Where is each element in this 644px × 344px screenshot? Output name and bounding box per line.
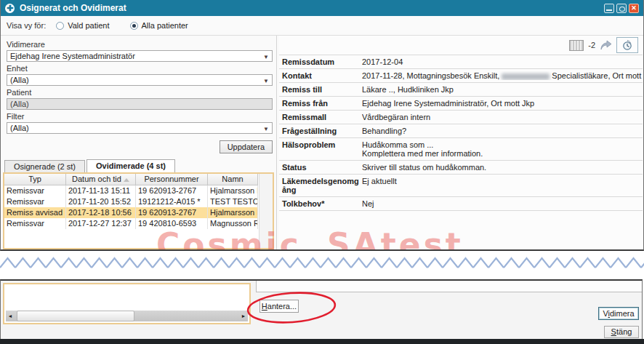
cell-typ[interactable]: Remissvar xyxy=(4,218,66,229)
detail-row-remissmall: Remissmall Vårdbegäran intern xyxy=(279,110,643,124)
table-row-selected[interactable]: Remiss avvisad 2017-12-18 10:56 19 62091… xyxy=(4,207,273,218)
detail-label: Hälsoproblem xyxy=(282,140,362,158)
pane-divider xyxy=(276,36,277,249)
sort-ascending-icon xyxy=(124,178,129,182)
cell-typ[interactable]: Remissvar xyxy=(4,196,66,207)
app-logo-icon: ✚ xyxy=(5,4,15,13)
list-tabs: Osignerade (2 st) Ovidimerade (4 st) xyxy=(4,159,177,173)
titlebar[interactable]: ✚ Osignerat och Ovidimerat ✕ xyxy=(1,0,643,16)
tab-ovidimerade[interactable]: Ovidimerade (4 st) xyxy=(86,159,175,173)
columns-icon[interactable] xyxy=(569,40,584,51)
detail-label: Remiss från xyxy=(282,99,362,108)
redacted-name xyxy=(502,73,550,80)
radio-alla-patienter-label: Alla patienter xyxy=(142,21,188,30)
vidimerare-label: Vidimerare xyxy=(7,40,273,49)
detail-label: Läkemedelsgenomgång xyxy=(282,177,362,194)
remiss-detail-pane: -2 Remissdatum 2017-12-04 Kontakt xyxy=(279,36,643,249)
detail-rows-end-divider xyxy=(279,210,643,211)
tab-osignerade[interactable]: Osignerade (2 st) xyxy=(4,160,85,173)
detail-row-kontakt: Kontakt 2017-11-28, Mottagningsbesök Ens… xyxy=(279,68,643,82)
cell-datum[interactable]: 2017-11-13 15:11 xyxy=(66,185,136,196)
view-selector-label: Visa vy för: xyxy=(7,21,46,30)
cell-datum[interactable]: 2017-11-20 15:52 xyxy=(66,196,136,207)
chevron-down-icon[interactable]: ▼ xyxy=(263,78,269,84)
detail-row-lakemedelsgenomgang: Läkemedelsgenomgång Ej aktuellt xyxy=(279,174,643,196)
patient-field-disabled: (Alla) xyxy=(7,98,273,110)
detail-label: Remiss till xyxy=(282,85,362,94)
filter-value: (Alla) xyxy=(10,124,29,132)
cell-datum[interactable]: 2017-12-27 12:37 xyxy=(66,218,136,229)
table-row[interactable]: Remissvar 2017-11-13 15:11 19 620913-276… xyxy=(4,185,273,196)
scroll-left-icon[interactable]: ◄ xyxy=(6,311,15,321)
window-bottom-border xyxy=(0,339,644,344)
detail-value: 2017-12-04 xyxy=(362,57,643,66)
main-window: ✚ Osignerat och Ovidimerat ✕ Visa vy för… xyxy=(0,0,644,251)
detail-label: Kontakt xyxy=(282,71,362,80)
columns-count-badge: -2 xyxy=(588,41,595,49)
chevron-down-icon[interactable]: ▼ xyxy=(263,54,269,60)
detail-value: Hudåkomma som ... Komplettera med mer in… xyxy=(362,140,643,158)
column-header-typ[interactable]: Typ xyxy=(4,174,66,185)
scrollbar-thumb[interactable] xyxy=(17,311,134,321)
scroll-right-icon[interactable]: ► xyxy=(239,311,248,321)
screenshot-stage: ✚ Osignerat och Ovidimerat ✕ Visa vy för… xyxy=(0,0,644,344)
history-clock-icon xyxy=(621,40,633,51)
cell-typ[interactable]: Remissvar xyxy=(4,185,66,196)
vidimerare-dropdown[interactable]: Ejdehag Irene Systemadministratör ▼ xyxy=(7,50,273,62)
cell-datum[interactable]: 2017-12-18 10:56 xyxy=(66,207,136,218)
environment-watermark: Cosmic SAtest xyxy=(156,226,464,251)
radio-vald-patient[interactable]: Vald patient xyxy=(56,21,109,30)
detail-value: 2017-11-28, Mottagningsbesök Enskilt,Spe… xyxy=(362,71,643,80)
enhet-dropdown[interactable]: (Alla) ▼ xyxy=(7,74,273,86)
detail-pane-bottom-corner xyxy=(256,281,642,292)
view-selector-row: Visa vy för: Vald patient Alla patienter xyxy=(1,16,643,36)
uppdatera-button[interactable]: Uppdatera xyxy=(220,140,273,153)
filter-dropdown[interactable]: (Alla) ▼ xyxy=(7,122,273,134)
cell-personnummer[interactable]: 19 620913-2767 xyxy=(136,207,208,218)
stang-button[interactable]: Stäng xyxy=(604,326,639,338)
detail-value: Skriver till status om hudåkomman. xyxy=(362,163,643,172)
detail-row-remiss-till: Remiss till Läkare .., Hudkliniken Jkp xyxy=(279,82,643,96)
cell-personnummer[interactable]: 19 620913-2767 xyxy=(136,185,208,196)
vidimera-button[interactable]: Vidimera xyxy=(598,307,639,320)
cell-namn[interactable]: Hjalmarsson Kers xyxy=(208,185,258,196)
detail-value: Vårdbegäran intern xyxy=(362,113,643,121)
column-header-datum[interactable]: Datum och tid xyxy=(66,174,136,185)
minimize-button[interactable] xyxy=(604,4,614,13)
enhet-value: (Alla) xyxy=(10,76,29,84)
forward-arrow-icon[interactable] xyxy=(600,40,612,50)
detail-value: Nej xyxy=(362,199,643,208)
radio-alla-patienter[interactable]: Alla patienter xyxy=(130,21,188,30)
filter-label: Filter xyxy=(7,112,273,121)
detail-value: Behandling? xyxy=(362,127,643,135)
cell-namn[interactable]: Hjalmarsson Kers xyxy=(208,207,258,218)
chevron-down-icon[interactable]: ▼ xyxy=(263,126,269,132)
cell-personnummer[interactable]: 19121212-A015 * xyxy=(136,196,208,207)
close-button[interactable]: ✕ xyxy=(629,4,639,13)
hantera-button[interactable]: Hantera... xyxy=(259,300,299,313)
detail-label: Remissdatum xyxy=(282,57,362,66)
maximize-button[interactable] xyxy=(616,4,627,13)
detail-row-fragestallning: Frågeställning Behandling? xyxy=(279,124,643,137)
detail-value: Ejdehag Irene Systemadministratör, Ort m… xyxy=(362,99,643,108)
table-row[interactable]: Remissvar 2017-11-20 15:52 19121212-A015… xyxy=(4,196,273,207)
filter-form: Vidimerare Ejdehag Irene Systemadministr… xyxy=(7,38,273,153)
radio-selected-icon[interactable] xyxy=(130,22,138,30)
table-header-row: Typ Datum och tid Personnummer Namn xyxy=(4,174,273,185)
detail-label: Remissmall xyxy=(282,113,362,121)
radio-unselected-icon[interactable] xyxy=(56,22,64,30)
cell-namn[interactable]: TEST TESTON xyxy=(208,196,258,207)
enhet-label: Enhet xyxy=(7,64,273,73)
column-header-namn[interactable]: Namn xyxy=(208,174,258,185)
detail-label: Tolkbehov* xyxy=(282,199,362,208)
window-bottom-fragment: ◄ ► Hantera... Vidimera Stäng xyxy=(0,279,643,339)
column-header-personnummer[interactable]: Personnummer xyxy=(136,174,208,185)
history-button[interactable] xyxy=(616,37,638,53)
patient-label: Patient xyxy=(7,88,273,97)
horizontal-scrollbar[interactable]: ◄ ► xyxy=(6,311,248,321)
vidimerare-value: Ejdehag Irene Systemadministratör xyxy=(10,52,135,60)
detail-value: Läkare .., Hudkliniken Jkp xyxy=(362,85,643,94)
cell-typ[interactable]: Remiss avvisad xyxy=(4,207,66,218)
detail-row-halsoproblem: Hälsoproblem Hudåkomma som ... Komplette… xyxy=(279,137,643,160)
detail-row-status: Status Skriver till status om hudåkomman… xyxy=(279,160,643,174)
